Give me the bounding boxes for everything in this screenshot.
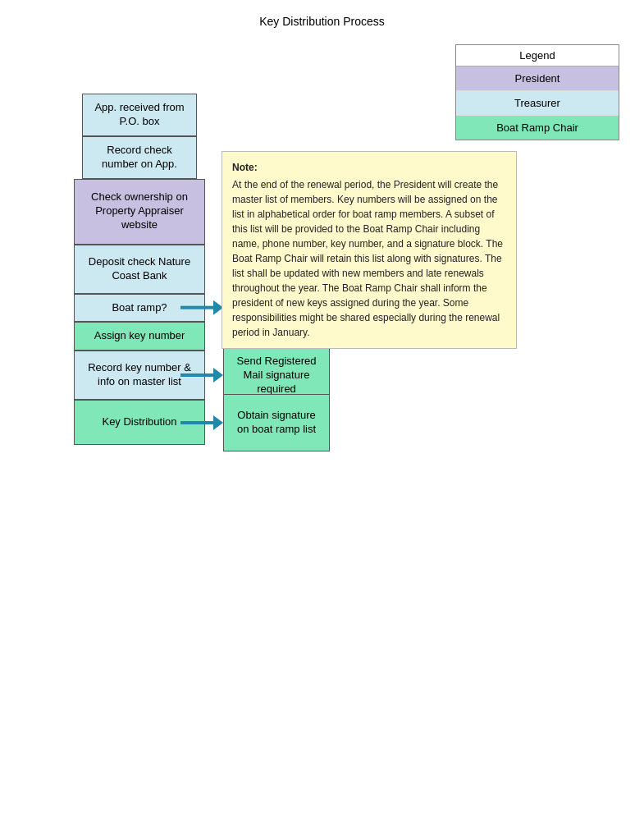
main-container: App. received from P.O. box Record check… (0, 36, 644, 461)
page-title: Key Distribution Process (0, 0, 644, 36)
note-label: Note: (232, 160, 506, 175)
legend-title: Legend (456, 45, 619, 66)
legend-president: President (456, 66, 619, 91)
box-record-check: Record check number on App. (82, 136, 197, 179)
box-app-received: App. received from P.O. box (82, 94, 197, 136)
flow-column: App. received from P.O. box Record check… (49, 94, 230, 445)
legend: Legend President Treasurer Boat Ramp Cha… (455, 44, 619, 140)
page: Key Distribution Process App. received f… (0, 0, 644, 461)
legend-boatramp: Boat Ramp Chair (456, 116, 619, 140)
boat-ramp-row: Boat ramp? Enter as non-boat ramp member… (49, 294, 230, 323)
record-key-row: Record key number & info on master list … (49, 351, 230, 400)
note-text: At the end of the renewal period, the Pr… (232, 179, 503, 338)
key-dist-row: Key Distribution Obtain signature on boa… (49, 400, 230, 445)
note-box: Note: At the end of the renewal period, … (222, 151, 517, 349)
right-column: Legend President Treasurer Boat Ramp Cha… (230, 44, 619, 445)
legend-treasurer: Treasurer (456, 91, 619, 116)
box-check-ownership: Check ownership on Property Appraiser we… (74, 179, 205, 245)
